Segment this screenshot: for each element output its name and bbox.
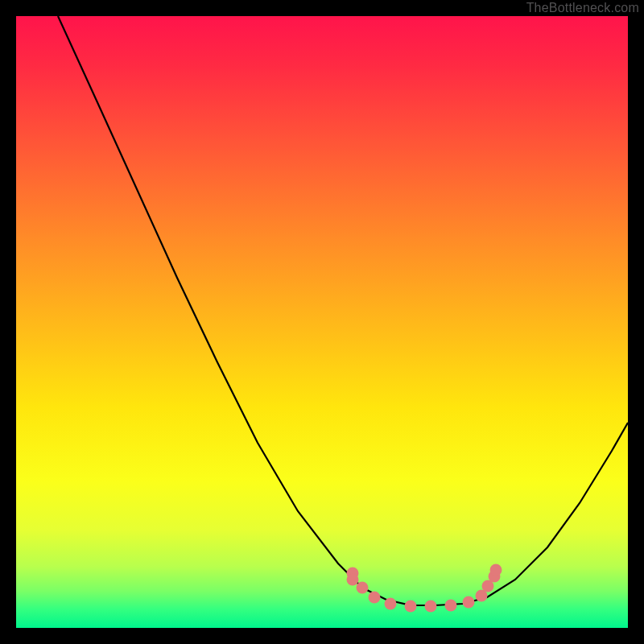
chart-frame: TheBottleneck.com <box>0 0 644 644</box>
curve-layer <box>16 16 628 628</box>
highlight-dot <box>405 601 417 613</box>
bottleneck-right-branch <box>411 423 628 605</box>
highlight-dot <box>463 597 475 609</box>
watermark-text: TheBottleneck.com <box>0 0 644 16</box>
highlight-dot <box>490 564 502 576</box>
highlight-dot <box>369 592 381 604</box>
highlight-dot <box>425 601 437 613</box>
highlight-dot <box>385 598 397 610</box>
highlight-dot <box>445 600 457 612</box>
highlight-dot <box>347 574 359 586</box>
highlight-dot <box>357 582 369 594</box>
plot-area <box>16 16 628 628</box>
bottleneck-left-branch <box>58 16 411 605</box>
